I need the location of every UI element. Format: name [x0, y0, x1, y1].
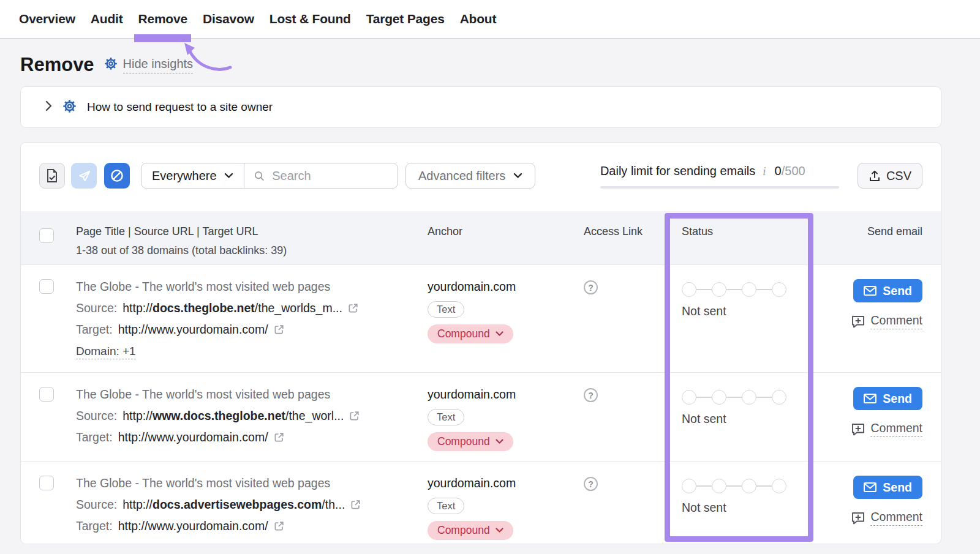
- comment-plus-icon: [851, 423, 865, 436]
- nav-tab[interactable]: Lost & Found: [270, 0, 351, 38]
- page-cell: The Globe - The world's most visited web…: [76, 384, 428, 451]
- domain-more-link[interactable]: Domain: +1: [76, 345, 136, 359]
- top-nav: Overview Audit Remove Disavow Lost & Fou…: [0, 0, 980, 39]
- search-input[interactable]: [271, 168, 388, 184]
- scope-dropdown[interactable]: Everywhere: [141, 163, 244, 188]
- target-url[interactable]: http://www.yourdomain.com/: [118, 319, 268, 340]
- column-header-main: Page Title | Source URL | Target URL: [76, 225, 428, 238]
- access-link-cell: ?: [584, 276, 682, 362]
- target-url[interactable]: http://www.yourdomain.com/: [118, 515, 268, 537]
- page-title: Remove: [20, 54, 94, 76]
- nav-tab[interactable]: Disavow: [203, 0, 254, 38]
- source-url[interactable]: http://www.docs.theglobe.net/the_worl...: [123, 405, 344, 427]
- send-button[interactable]: Send: [853, 279, 922, 302]
- domain-more-wrap: Domain: +1: [76, 340, 428, 362]
- nav-tab[interactable]: Remove: [138, 0, 187, 38]
- source-url-line: Source: http://docs.advertisewebpages.co…: [76, 494, 428, 515]
- nav-tab[interactable]: Overview: [19, 0, 75, 38]
- question-icon[interactable]: ?: [584, 477, 598, 491]
- table-summary: 1-38 out of 38 domains (total backlinks:…: [76, 244, 428, 257]
- anchor-cell: yourdomain.com Text Compound: [428, 473, 584, 540]
- anchor-text: yourdomain.com: [428, 384, 516, 405]
- select-all-checkbox[interactable]: [39, 228, 54, 243]
- search-field: [244, 168, 398, 184]
- block-icon: [110, 168, 124, 183]
- anchor-text: yourdomain.com: [428, 276, 516, 298]
- chevron-down-icon: [496, 528, 503, 533]
- comment-link[interactable]: Comment: [851, 421, 922, 437]
- anchor-text: yourdomain.com: [428, 473, 516, 494]
- table-row: The Globe - The world's most visited web…: [21, 264, 941, 372]
- row-checkbox[interactable]: [39, 279, 54, 294]
- document-check-icon: [46, 168, 59, 183]
- column-header-status: Status: [682, 225, 815, 264]
- external-link-icon[interactable]: [349, 411, 360, 421]
- question-icon[interactable]: ?: [584, 280, 598, 294]
- search-group: Everywhere: [141, 163, 398, 189]
- access-link-cell: ?: [584, 473, 682, 540]
- send-bulk-button[interactable]: [71, 163, 97, 189]
- external-link-icon[interactable]: [274, 432, 284, 443]
- anchor-compound-badge[interactable]: Compound: [428, 432, 513, 451]
- toolbar: Everywhere Advanced filters Daily limit …: [21, 143, 941, 211]
- external-link-icon[interactable]: [350, 500, 361, 510]
- envelope-icon: [864, 286, 876, 296]
- anchor-compound-badge[interactable]: Compound: [428, 324, 513, 343]
- chevron-down-icon: [496, 331, 503, 337]
- gear-icon: [62, 99, 77, 116]
- status-stepper: [682, 479, 815, 493]
- advanced-filters-label: Advanced filters: [418, 169, 505, 183]
- external-link-icon[interactable]: [274, 521, 284, 531]
- csv-label: CSV: [886, 169, 911, 183]
- paper-plane-icon: [77, 169, 91, 183]
- howto-panel[interactable]: How to send request to a site owner: [20, 86, 941, 128]
- column-header-send-email: Send email: [815, 225, 922, 264]
- daily-limit-label: Daily limit for sending emails: [600, 164, 755, 178]
- hide-insights-toggle[interactable]: Hide insights: [104, 56, 194, 73]
- row-checkbox[interactable]: [39, 387, 54, 402]
- page-heading-row: Remove Hide insights: [20, 54, 980, 76]
- target-url-line: Target: http://www.yourdomain.com/: [76, 319, 428, 340]
- status-stepper: [682, 282, 815, 297]
- question-icon[interactable]: ?: [584, 388, 598, 402]
- status-text: Not sent: [682, 304, 815, 318]
- send-email-cell: Send Comment: [815, 384, 922, 451]
- chevron-down-icon: [224, 173, 233, 179]
- nav-tab[interactable]: Audit: [91, 0, 123, 38]
- anchor-cell: yourdomain.com Text Compound: [428, 384, 584, 451]
- status-cell: Not sent: [682, 276, 815, 362]
- upload-icon: [869, 170, 881, 182]
- target-url[interactable]: http://www.yourdomain.com/: [118, 427, 268, 448]
- send-button[interactable]: Send: [853, 476, 922, 499]
- export-report-button[interactable]: [39, 163, 65, 189]
- anchor-type-badge: Text: [428, 498, 464, 514]
- gear-icon: [104, 56, 118, 73]
- page-cell: The Globe - The world's most visited web…: [76, 276, 428, 362]
- nav-tab[interactable]: About: [460, 0, 497, 38]
- chevron-right-icon: [45, 100, 52, 114]
- send-button[interactable]: Send: [853, 387, 922, 410]
- envelope-icon: [864, 394, 876, 403]
- source-url[interactable]: http://docs.advertisewebpages.com/th...: [123, 494, 345, 515]
- nav-tab[interactable]: Target Pages: [366, 0, 445, 38]
- status-cell: Not sent: [682, 384, 815, 451]
- hide-insights-label: Hide insights: [123, 57, 194, 73]
- source-url[interactable]: http://docs.theglobe.net/the_worlds_m...: [123, 298, 342, 319]
- comment-plus-icon: [851, 315, 865, 328]
- external-link-icon[interactable]: [348, 303, 358, 313]
- chevron-down-icon: [513, 173, 522, 179]
- info-icon[interactable]: i: [763, 165, 766, 178]
- comment-link[interactable]: Comment: [851, 510, 922, 526]
- scope-value: Everywhere: [152, 169, 217, 183]
- anchor-compound-badge[interactable]: Compound: [428, 521, 513, 540]
- comment-link[interactable]: Comment: [851, 313, 922, 329]
- daily-limit-progressbar: [600, 186, 839, 189]
- backlinks-table-card: Everywhere Advanced filters Daily limit …: [20, 142, 941, 544]
- external-link-icon[interactable]: [274, 324, 284, 335]
- block-bulk-button[interactable]: [104, 163, 130, 189]
- row-checkbox[interactable]: [39, 476, 54, 490]
- column-header-access-link: Access Link: [584, 225, 682, 264]
- export-csv-button[interactable]: CSV: [858, 163, 922, 189]
- daily-limit: Daily limit for sending emails i 0/500: [600, 163, 839, 189]
- advanced-filters-button[interactable]: Advanced filters: [405, 163, 535, 189]
